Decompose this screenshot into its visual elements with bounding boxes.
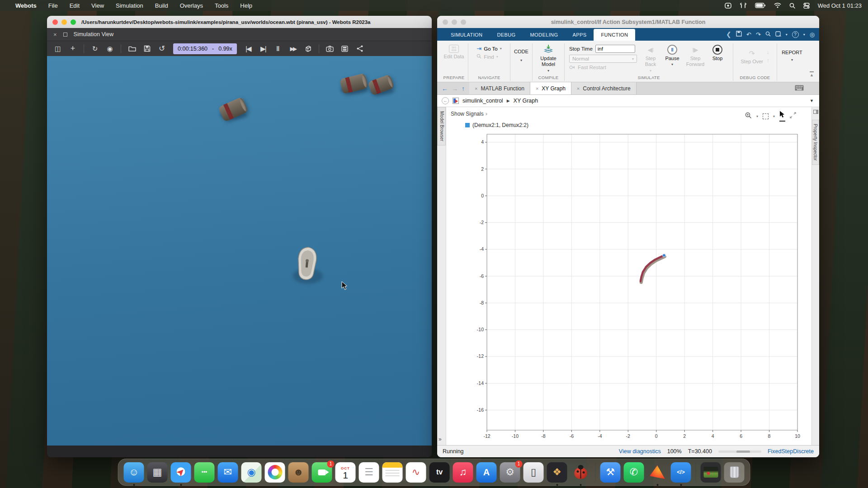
dropdown-caret-icon[interactable]: ▾ bbox=[786, 33, 788, 37]
dock-icon-vscode[interactable]: </> bbox=[671, 462, 691, 483]
breadcrumb-back-icon[interactable]: ← bbox=[442, 97, 449, 104]
search-icon[interactable] bbox=[789, 3, 795, 9]
edit-data-button[interactable]: 101010 Edit Data bbox=[443, 43, 464, 59]
matlab-titlebar[interactable]: simulink_control/If Action Subsystem1/MA… bbox=[437, 16, 819, 28]
ribbon-tab-apps[interactable]: APPS bbox=[565, 29, 594, 41]
view-diagnostics-link[interactable]: View diagnostics bbox=[619, 448, 661, 455]
step-out-icon[interactable]: ↑ bbox=[767, 57, 769, 63]
dock-icon-contacts[interactable]: ☻ bbox=[288, 462, 309, 483]
menu-overlays[interactable]: Overlays bbox=[180, 2, 203, 9]
stop-button[interactable]: Stop bbox=[708, 43, 727, 61]
go-to-button[interactable]: ⇥ Go To▾ bbox=[476, 45, 501, 52]
panel-layout-icon[interactable] bbox=[813, 110, 818, 114]
doc-tab-control-architecture[interactable]: ×Control Architecture bbox=[571, 82, 637, 94]
reset-viewpoint-icon[interactable]: ↻ bbox=[90, 44, 100, 54]
webots-titlebar[interactable]: /Users/harunkurtdev/Desktop/webots-simul… bbox=[47, 16, 432, 28]
close-tab-icon[interactable]: × bbox=[536, 86, 538, 91]
dock-icon-launchpad[interactable]: ▦ bbox=[147, 462, 168, 483]
menu-app-name[interactable]: Webots bbox=[15, 2, 37, 9]
dock-icon-webots-ladybug[interactable] bbox=[571, 462, 591, 483]
stop-time-input[interactable] bbox=[595, 45, 635, 53]
update-model-button[interactable]: Update Model ▾ bbox=[537, 43, 560, 73]
simulation-mode-dropdown[interactable]: Normal▾ bbox=[569, 55, 637, 63]
zoom-dropdown-icon[interactable]: ▾ bbox=[756, 114, 758, 118]
undo-icon[interactable]: ↶ bbox=[746, 31, 751, 38]
dock-icon-trash[interactable] bbox=[724, 462, 745, 483]
dock-icon-safari[interactable]: ➤ bbox=[171, 462, 191, 483]
dock-icon-calendar[interactable]: OCT1 bbox=[335, 462, 356, 483]
dock-icon-photos[interactable] bbox=[265, 462, 285, 483]
collapse-toolstrip-icon[interactable]: ❮ bbox=[726, 31, 731, 38]
airpods-icon[interactable] bbox=[740, 3, 747, 9]
xy-plot[interactable]: 420-2-4-6-8-10-12-14-16-12-10-8-6-4-2024… bbox=[474, 130, 804, 443]
dock-icon-facetime[interactable]: 1 bbox=[312, 462, 332, 483]
undock-view-icon[interactable] bbox=[63, 33, 67, 37]
report-button[interactable]: REPORT ▾ bbox=[782, 43, 802, 62]
dock-icon-whatsapp[interactable]: ✆ bbox=[624, 462, 644, 483]
step-back-button[interactable]: ◀| Step Back ▾ bbox=[640, 43, 661, 73]
close-tab-icon[interactable]: × bbox=[577, 86, 580, 91]
menu-tools[interactable]: Tools bbox=[215, 2, 228, 9]
search-icon[interactable] bbox=[765, 31, 771, 38]
solver-link[interactable]: FixedStepDiscrete bbox=[768, 448, 814, 455]
control-center-icon[interactable] bbox=[803, 3, 810, 9]
show-signals-link[interactable]: Show Signals› bbox=[451, 111, 487, 117]
open-world-icon[interactable] bbox=[127, 44, 137, 54]
screenshot-camera-icon[interactable] bbox=[325, 44, 335, 54]
zoom-window-button[interactable] bbox=[71, 19, 76, 25]
dock-icon-reminders[interactable]: ☰ bbox=[359, 462, 379, 483]
dock-icon-mail[interactable]: ✉ bbox=[218, 462, 238, 483]
dock-icon-appstore[interactable]: A bbox=[476, 462, 497, 483]
share-icon[interactable] bbox=[354, 44, 365, 54]
redo-icon[interactable]: ↷ bbox=[756, 31, 761, 38]
dock-icon-matlab[interactable] bbox=[647, 462, 668, 483]
dropdown-caret-icon[interactable]: ▾ bbox=[803, 33, 805, 37]
menu-clock[interactable]: Wed Oct 1 01:23 bbox=[818, 2, 862, 9]
fast-restart-toggle[interactable]: Fast Restart bbox=[569, 65, 637, 70]
help-icon[interactable]: ? bbox=[792, 31, 799, 38]
battery-icon[interactable] bbox=[755, 3, 766, 8]
property-inspector-tab[interactable]: Property Inspector bbox=[812, 120, 819, 165]
menu-simulation[interactable]: Simulation bbox=[116, 2, 143, 9]
breadcrumb-dropdown-icon[interactable]: ▼ bbox=[810, 99, 814, 103]
record-movie-icon[interactable] bbox=[340, 44, 350, 54]
expand-plot-icon[interactable] bbox=[790, 112, 796, 120]
dock-icon-xcode[interactable]: ⚒ bbox=[600, 462, 621, 483]
menu-build[interactable]: Build bbox=[155, 2, 168, 9]
step-forward-button[interactable]: |▶ Step Forward bbox=[683, 43, 708, 67]
wifi-icon[interactable] bbox=[774, 3, 781, 8]
dock-icon-notes[interactable] bbox=[382, 462, 403, 483]
dock-icon-davinci-resolve[interactable]: ❖ bbox=[547, 462, 567, 483]
menu-edit[interactable]: Edit bbox=[70, 2, 80, 9]
dock-icon-settings[interactable]: ⚙1 bbox=[500, 462, 520, 483]
doc-tab-matlab-function[interactable]: ×MATLAB Function bbox=[469, 82, 530, 94]
navigate-up-icon[interactable]: ↑ bbox=[462, 85, 465, 92]
step-over-button[interactable]: ↷ Step Over bbox=[741, 48, 763, 64]
fast-forward-button[interactable]: ▶▶ bbox=[288, 44, 298, 54]
code-button[interactable]: CODE ▾ bbox=[514, 43, 528, 62]
ribbon-tab-function[interactable]: FUNCTION bbox=[594, 29, 635, 41]
menu-file[interactable]: File bbox=[48, 2, 58, 9]
breadcrumb-model[interactable]: simulink_control bbox=[462, 98, 503, 104]
sidebar-toggle-icon[interactable]: ◫ bbox=[52, 44, 63, 54]
publish-icon[interactable] bbox=[775, 31, 781, 38]
breadcrumb-page[interactable]: XY Graph bbox=[514, 98, 538, 104]
resources-icon[interactable]: ◎ bbox=[810, 31, 815, 38]
fit-to-view-icon[interactable] bbox=[763, 113, 769, 119]
pause-button[interactable]: ‖ Pause ▾ bbox=[661, 43, 683, 66]
minimize-window-button[interactable] bbox=[61, 19, 67, 25]
rendering-cube-icon[interactable] bbox=[302, 44, 313, 54]
step-in-icon[interactable]: ↓ bbox=[767, 49, 769, 55]
minimize-ribbon-icon[interactable]: ▲ bbox=[810, 71, 814, 77]
dock-icon-appletv[interactable]: tv bbox=[429, 462, 450, 483]
step-button[interactable]: ▶| bbox=[258, 44, 269, 54]
reload-world-icon[interactable]: ↺ bbox=[156, 44, 167, 54]
zoom-icon[interactable] bbox=[745, 112, 752, 121]
doc-tab-xy-graph[interactable]: ×XY Graph bbox=[530, 82, 571, 94]
ribbon-tab-debug[interactable]: DEBUG bbox=[490, 29, 523, 41]
find-button[interactable]: Find▾ bbox=[476, 54, 498, 60]
model-browser-tab[interactable]: Model Browser bbox=[437, 107, 446, 145]
dock-icon-freeform[interactable]: ∿ bbox=[406, 462, 426, 483]
menu-help[interactable]: Help bbox=[240, 2, 252, 9]
expand-more-icon[interactable]: » bbox=[439, 436, 442, 442]
